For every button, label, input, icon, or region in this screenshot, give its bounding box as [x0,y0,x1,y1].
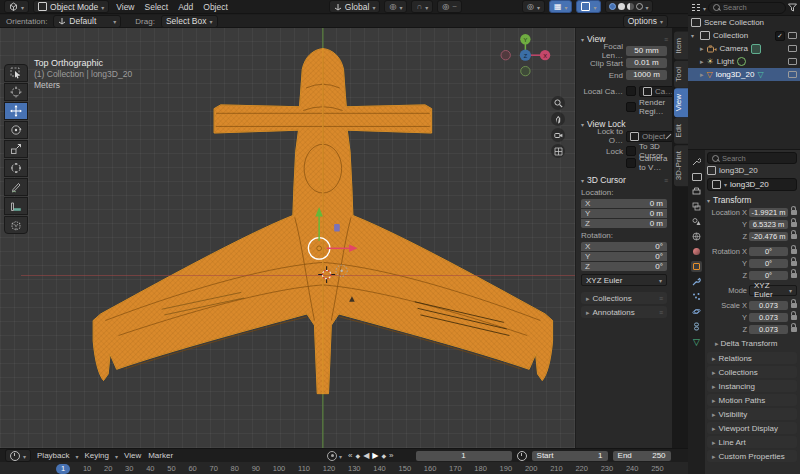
mode-selector[interactable]: Object Mode [33,0,109,13]
delta-transform-panel[interactable]: Delta Transform [721,339,778,348]
collapsed-panel[interactable]: Instancing [707,380,797,392]
outliner-row-collection[interactable]: Collection [688,29,800,42]
frame-tick[interactable]: 150 [399,464,412,473]
camera-object-marker[interactable] [334,224,340,232]
tool-cursor[interactable] [4,83,28,101]
jump-to-end-button[interactable]: » [388,451,394,460]
frame-tick[interactable]: 180 [474,464,487,473]
orientation-dropdown[interactable]: Default [53,15,121,28]
cursor-rotation-x[interactable]: X0° [581,242,667,251]
rotation-y-field[interactable]: 0° [749,259,788,268]
menu-view[interactable]: View [123,451,142,460]
tool-add-cube[interactable] [4,216,28,234]
outliner-row-light[interactable]: ☀ Light [688,55,800,68]
tab-object-properties[interactable] [691,261,702,272]
tab-output-properties[interactable] [691,186,702,197]
tool-scale[interactable] [4,140,28,158]
frame-tick[interactable]: 120 [323,464,336,473]
frame-tick[interactable]: 240 [626,464,639,473]
menu-object[interactable]: Object [200,2,231,12]
outliner-editor-icon[interactable] [691,3,701,12]
play-reverse-button[interactable]: ◀ [362,451,370,460]
expand-object-icon[interactable] [700,70,704,79]
frame-tick[interactable]: 70 [209,464,217,473]
collapsed-panel[interactable]: Motion Paths [707,394,797,406]
scale-z-field[interactable]: 0.073 [749,325,788,334]
frame-tick[interactable]: 220 [575,464,588,473]
lock-icon[interactable] [791,273,797,278]
expand-camera-icon[interactable] [700,44,704,53]
tab-tool-properties[interactable] [691,156,702,167]
disable-in-viewport-icon[interactable] [788,71,797,78]
collapsed-panel[interactable]: Relations [707,352,797,364]
collapsed-panel[interactable]: Custom Properties [707,450,797,462]
tool-transform[interactable] [4,159,28,177]
tool-move[interactable] [4,102,28,120]
expand-light-icon[interactable] [700,57,704,66]
drag-dropdown[interactable]: Select Box [161,15,218,28]
cursor-rotation-z[interactable]: Z0° [581,262,667,271]
perspective-toggle-button[interactable] [551,144,565,158]
clip-end-field[interactable]: 1000 m [626,70,667,80]
menu-marker[interactable]: Marker [147,451,174,460]
cursor-location-z[interactable]: Z0 m [581,219,667,228]
show-gizmos-toggle[interactable]: ◎ [522,0,545,13]
collapsed-panel[interactable]: Collections [707,366,797,378]
current-frame-field[interactable]: 1 [416,451,512,461]
tool-annotate[interactable] [4,178,28,196]
frame-tick[interactable]: 40 [146,464,154,473]
prev-keyframe-button[interactable]: ◆ [355,452,362,459]
properties-search-input[interactable]: Search [707,152,797,164]
cursor-euler-dropdown[interactable]: XYZ Euler [581,274,667,286]
tab-view[interactable]: View [674,88,688,117]
editor-type-button[interactable] [4,0,29,13]
location-x-field[interactable]: -1.9921 m [749,208,788,217]
tab-view-layer-properties[interactable] [691,201,702,212]
to-3d-cursor-checkbox[interactable] [626,146,636,156]
menu-keying[interactable]: Keying [84,451,110,460]
preview-range-icon[interactable] [517,451,527,461]
timeline-editor-type-button[interactable] [5,449,31,462]
cursor-location-y[interactable]: Y0 m [581,209,667,218]
frame-tick[interactable]: 60 [188,464,196,473]
tab-3d-print[interactable]: 3D-Print [674,145,688,186]
tab-edit[interactable]: Edit [674,118,688,144]
tool-rotate[interactable] [4,121,28,139]
play-button[interactable]: ▶ [371,451,379,460]
frame-tick[interactable]: 160 [424,464,437,473]
tab-constraint-properties[interactable] [691,321,702,332]
shading-wireframe-button[interactable] [609,3,616,10]
lock-icon[interactable] [791,249,797,254]
outliner-search-input[interactable]: Search [708,2,786,14]
cursor-rotation-y[interactable]: Y0° [581,252,667,261]
camera-to-view-checkbox[interactable] [626,158,636,168]
auto-keying-button[interactable] [327,451,337,461]
collapsed-panel[interactable]: Collections≡ [581,292,667,304]
frame-tick[interactable]: 140 [373,464,386,473]
scale-y-field[interactable]: 0.073 [749,313,788,322]
frame-tick[interactable]: 80 [231,464,239,473]
tab-item[interactable]: Item [674,32,688,60]
collapsed-panel[interactable]: Line Art [707,436,797,448]
frame-tick[interactable]: 190 [500,464,513,473]
shading-rendered-button[interactable] [636,3,643,10]
outliner-row-active-object[interactable]: ▽ long3D_20 ▽ [688,68,800,81]
frame-tick[interactable]: 110 [298,464,310,473]
frame-tick[interactable]: 20 [104,464,112,473]
frame-tick[interactable]: 1 [56,464,70,474]
tab-scene-properties[interactable] [691,216,702,227]
jump-to-start-button[interactable]: « [347,451,353,460]
disable-in-viewport-icon[interactable] [788,45,797,52]
tab-modifier-properties[interactable] [691,276,702,287]
shading-solid-button[interactable] [618,3,625,10]
location-z-field[interactable]: -20.476 m [749,232,788,241]
3d-viewport[interactable]: Y X Z Top Orthographic (1) Collection | … [0,28,672,448]
aircraft-object[interactable] [93,49,552,394]
collapsed-panel[interactable]: Visibility [707,408,797,420]
transform-panel-header[interactable]: Transform [707,195,797,205]
camera-view-button[interactable] [551,128,565,142]
cursor-location-x[interactable]: X0 m [581,199,667,208]
cursor-panel-header[interactable]: 3D Cursor≡ [581,175,667,185]
frame-tick[interactable]: 230 [601,464,614,473]
disable-in-viewport-icon[interactable] [788,58,797,65]
